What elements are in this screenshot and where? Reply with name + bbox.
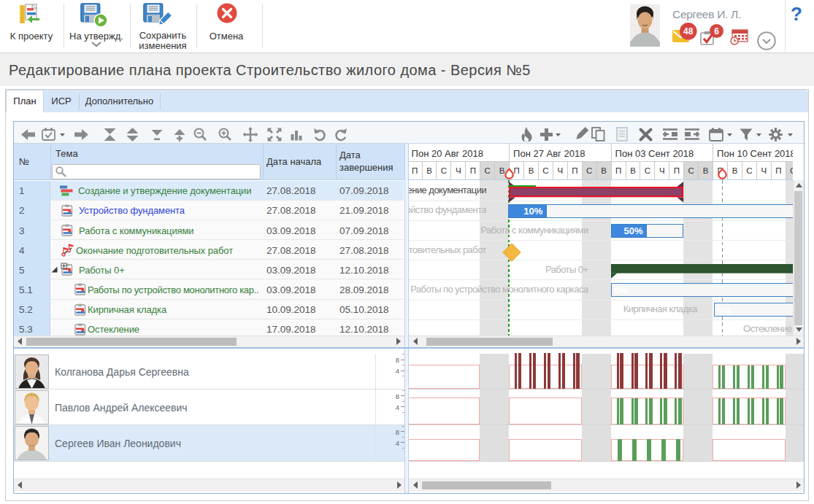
svg-text:48: 48 [683, 26, 694, 36]
svg-text:6: 6 [714, 26, 719, 36]
